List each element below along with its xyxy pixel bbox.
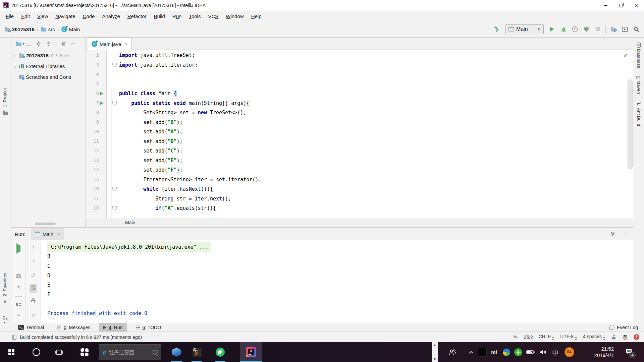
encoding-selector[interactable]: UTF-8	[560, 334, 577, 341]
intellij-taskbar-button[interactable]: IJ	[240, 342, 262, 362]
menu-code[interactable]: Code	[79, 13, 99, 19]
tool-tab-maven[interactable]: Maven	[636, 80, 641, 94]
tool-tab-favorites[interactable]: 2: Favorites	[2, 273, 7, 296]
people-button[interactable]	[447, 342, 458, 362]
fold-marker-icon[interactable]	[112, 101, 117, 106]
scroll-to-end-button[interactable]	[30, 284, 37, 293]
code-line[interactable]: 10 set.add("A");	[86, 127, 633, 137]
toolwindows-icon[interactable]	[3, 315, 7, 321]
menu-build[interactable]: Build	[150, 13, 168, 19]
caret-position[interactable]: 25:2	[524, 335, 533, 340]
action-center-button[interactable]: 4	[622, 342, 636, 362]
line-number[interactable]: 12	[86, 148, 99, 153]
code-line[interactable]: 6public class Main {	[86, 89, 633, 99]
scroll-up-icon[interactable]: ∧	[434, 343, 436, 347]
code-line[interactable]: 5	[86, 79, 633, 89]
line-number[interactable]: 16	[86, 186, 99, 191]
menu-tools[interactable]: Tools	[185, 13, 204, 19]
status-message[interactable]: Build completed successfully in 6 s 927 …	[12, 335, 142, 340]
code-line[interactable]: 11 set.add("D");	[86, 137, 633, 146]
inspections-ok-icon[interactable]: ✓	[624, 52, 628, 59]
menu-refactor[interactable]: Refactor	[124, 13, 150, 19]
line-number[interactable]: 3	[86, 62, 99, 67]
cortana-button[interactable]	[31, 342, 42, 362]
line-number[interactable]: 14	[86, 167, 99, 172]
search-everywhere-button[interactable]	[631, 26, 642, 32]
line-number[interactable]: 13	[86, 158, 99, 163]
console-output-line[interactable]: C	[47, 261, 50, 271]
run-settings-gear-icon[interactable]	[610, 231, 615, 237]
tree-item-scratches-and-cons[interactable]: Scratches and Cons	[11, 71, 85, 82]
editor-scrollbar[interactable]	[628, 79, 633, 169]
line-number[interactable]: 7	[86, 100, 99, 106]
collapse-all-button[interactable]	[46, 41, 51, 46]
fold-marker-icon[interactable]	[112, 187, 117, 191]
tray-ime[interactable]: 中	[550, 342, 560, 362]
tray-volume[interactable]	[538, 342, 548, 362]
scroll-down-icon[interactable]: ∨	[434, 357, 436, 361]
menu-view[interactable]: View	[34, 13, 52, 19]
menu-navigate[interactable]: Navigate	[52, 13, 79, 19]
task-view-button[interactable]	[53, 342, 65, 362]
attach-console-button[interactable]	[16, 284, 21, 291]
tree-chevron-icon[interactable]: ›	[14, 63, 19, 69]
line-number[interactable]: 6	[86, 90, 99, 96]
prev-occurrence-button[interactable]: ↑	[32, 244, 35, 250]
console-output-line[interactable]: D	[47, 271, 50, 280]
tray-antivirus[interactable]	[514, 342, 523, 362]
code-line[interactable]: 13 set.add("E");	[86, 156, 633, 166]
line-number[interactable]: 8	[86, 110, 99, 115]
debug-button[interactable]	[558, 26, 569, 33]
run-with-coverage-button[interactable]	[569, 26, 581, 32]
toolwindow-button-0-messages[interactable]: 0: Messages	[53, 323, 94, 332]
scope-selector-button[interactable]: ▼…	[16, 41, 31, 47]
run-config-combo[interactable]: Main▼	[505, 24, 544, 34]
tab-main-java[interactable]: c Main.java ×	[88, 38, 131, 50]
run-tab-close-icon[interactable]: ×	[57, 231, 60, 237]
project-settings-button[interactable]	[61, 41, 66, 47]
build-project-button[interactable]	[491, 26, 503, 33]
code-line[interactable]: 7 public static void main(String[] args)…	[86, 99, 633, 108]
console-output-line[interactable]: E	[47, 280, 50, 290]
toolwindow-button-6-todo[interactable]: 6: TODO	[131, 323, 165, 332]
tree-item-20175316[interactable]: ›20175316C:\Users	[11, 50, 85, 61]
console-command-line[interactable]: "C:\Program Files\Java\jdk1.8.0_201\bin\…	[47, 242, 211, 252]
code-line[interactable]: 2import java.util.TreeSet;	[86, 51, 633, 60]
tray-battery[interactable]	[525, 342, 536, 362]
menu-window[interactable]: Window	[222, 13, 247, 19]
code-line[interactable]: 18 if("A".equals(str)){	[86, 203, 633, 213]
run-console-button[interactable]	[619, 27, 631, 32]
code-area[interactable]: 2import java.util.TreeSet;3import java.u…	[86, 50, 633, 218]
menu-file[interactable]: File	[2, 13, 17, 19]
profiler-button[interactable]	[581, 26, 592, 32]
highlighting-level-icon[interactable]	[622, 335, 628, 340]
menu-run[interactable]: Run	[169, 13, 185, 19]
tab-close-icon[interactable]: ×	[125, 41, 128, 47]
tree-chevron-icon[interactable]: ›	[14, 53, 19, 58]
locate-file-button[interactable]	[36, 41, 41, 47]
event-log-button[interactable]: Event Log	[609, 325, 638, 330]
menu-vcs[interactable]: VCS	[204, 13, 222, 19]
minimize-button[interactable]	[598, 0, 613, 11]
stop-button[interactable]	[592, 27, 603, 31]
hide-panel-button[interactable]	[71, 44, 75, 44]
tool-tab-database[interactable]: Database	[636, 49, 641, 68]
indent-selector[interactable]: 4 spaces	[583, 334, 605, 341]
breadcrumb-item-20175316[interactable]: 20175316	[5, 26, 35, 32]
tray-app-dark[interactable]	[478, 342, 487, 362]
tree-item-external-libraries[interactable]: ›External Libraries	[11, 61, 85, 71]
hidden-icons-button[interactable]	[466, 342, 476, 362]
thread-dump-button[interactable]	[16, 273, 21, 280]
console-process-status[interactable]: Process finished with exit code 0	[47, 309, 147, 318]
fold-marker-icon[interactable]	[112, 206, 117, 210]
line-number[interactable]: 17	[86, 196, 99, 201]
line-number[interactable]: 15	[86, 177, 99, 182]
code-line[interactable]: 14 set.add("F");	[86, 165, 633, 175]
project-structure-button[interactable]	[608, 27, 619, 32]
pinwheel-app-button[interactable]	[78, 342, 91, 362]
taskbar-search-box[interactable]: e 牡丹江曹园	[99, 344, 161, 360]
taskbar-scroll-widget[interactable]: ∧∨	[432, 342, 438, 362]
unlock-icon[interactable]	[611, 335, 616, 340]
breadcrumb-item-src[interactable]: src	[41, 26, 55, 32]
hide-tool-window-icon[interactable]	[624, 234, 628, 234]
